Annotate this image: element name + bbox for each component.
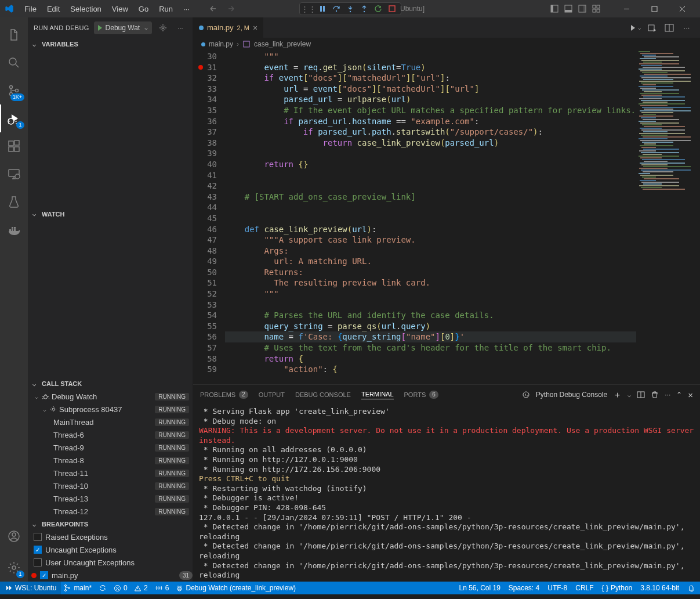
activity-search[interactable] bbox=[0, 49, 28, 77]
checkbox[interactable]: ✓ bbox=[34, 546, 42, 554]
activity-settings[interactable]: 1 bbox=[0, 554, 28, 582]
close-panel-icon[interactable]: × bbox=[688, 390, 693, 400]
callstack-row[interactable]: Thread-10RUNNING bbox=[28, 479, 193, 492]
tab-terminal[interactable]: TERMINAL bbox=[361, 391, 394, 399]
status-ports[interactable]: 6 bbox=[155, 584, 169, 592]
more-icon[interactable]: ··· bbox=[174, 21, 187, 34]
menu-view[interactable]: View bbox=[107, 2, 133, 16]
new-terminal-icon[interactable]: ＋ bbox=[613, 389, 622, 400]
status-eol[interactable]: CRLF bbox=[575, 584, 593, 592]
split-editor-icon[interactable] bbox=[663, 21, 676, 34]
status-debug[interactable]: Debug Watch (create_link_preview) bbox=[176, 584, 296, 592]
callstack-row[interactable]: ⌵Debug WatchRUNNING bbox=[28, 390, 193, 403]
more-icon[interactable]: ··· bbox=[665, 391, 670, 399]
section-breakpoints[interactable]: ⌵ BREAKPOINTS bbox=[28, 518, 193, 531]
activity-testing[interactable] bbox=[0, 188, 28, 216]
terminal[interactable]: * Serving Flask app 'create_link_preview… bbox=[193, 405, 700, 582]
nav-back-icon[interactable] bbox=[207, 2, 220, 15]
step-into-icon[interactable] bbox=[344, 2, 357, 15]
section-variables[interactable]: ⌵ VARIABLES bbox=[28, 38, 193, 50]
section-watch[interactable]: ⌵ WATCH bbox=[28, 208, 193, 221]
launch-config-select[interactable]: Debug Wat ⌵ bbox=[94, 21, 152, 34]
menu-more[interactable]: ··· bbox=[179, 2, 194, 16]
close-icon[interactable]: × bbox=[253, 23, 257, 33]
breakpoint-file-row[interactable]: ✓main.py31 bbox=[28, 569, 193, 582]
editor[interactable]: 3031323334353637383940414243444546474849… bbox=[193, 50, 700, 384]
chevron-down-icon[interactable]: ⌵ bbox=[628, 392, 631, 398]
status-cursor[interactable]: Ln 56, Col 19 bbox=[459, 584, 500, 592]
menu-edit[interactable]: Edit bbox=[42, 2, 64, 16]
window-close[interactable] bbox=[669, 0, 695, 17]
debug-launch-icon[interactable] bbox=[645, 21, 658, 34]
restart-icon[interactable] bbox=[372, 2, 385, 15]
pause-icon[interactable] bbox=[316, 2, 329, 15]
status-remote[interactable]: WSL: Ubuntu bbox=[0, 582, 61, 594]
status-spaces[interactable]: Spaces: 4 bbox=[509, 584, 539, 592]
stop-icon[interactable] bbox=[386, 2, 398, 15]
step-out-icon[interactable] bbox=[358, 2, 371, 15]
status-notifications[interactable] bbox=[687, 584, 695, 592]
checkbox[interactable] bbox=[34, 558, 42, 566]
layout-primary-icon[interactable] bbox=[548, 2, 561, 15]
window-maximize[interactable] bbox=[641, 0, 668, 17]
menu-selection[interactable]: Selection bbox=[66, 2, 106, 16]
breadcrumb-symbol[interactable]: case_link_preview bbox=[254, 40, 311, 48]
callstack-row[interactable]: ⌵Subprocess 80437RUNNING bbox=[28, 403, 193, 416]
breadcrumbs[interactable]: main.py › case_link_preview bbox=[193, 38, 700, 50]
status-sync[interactable] bbox=[99, 584, 107, 592]
debug-settings-icon[interactable] bbox=[157, 21, 169, 34]
activity-scm[interactable]: 1K+ bbox=[0, 77, 28, 104]
drag-handle-icon[interactable]: ⋮⋮ bbox=[302, 2, 315, 15]
breakpoint-row[interactable]: User Uncaught Exceptions bbox=[28, 556, 193, 569]
minimap[interactable] bbox=[636, 50, 700, 384]
menu-go[interactable]: Go bbox=[134, 2, 153, 16]
code-area[interactable]: """ event = req.get_json(silent=True) if… bbox=[225, 50, 636, 384]
split-terminal-icon[interactable] bbox=[637, 391, 645, 399]
window-minimize[interactable] bbox=[613, 0, 640, 17]
step-over-icon[interactable] bbox=[330, 2, 343, 15]
tab-ports[interactable]: PORTS 6 bbox=[404, 391, 438, 399]
callstack-row[interactable]: Thread-8RUNNING bbox=[28, 454, 193, 467]
more-icon[interactable]: ··· bbox=[680, 21, 693, 34]
chevron-up-icon[interactable]: ⌃ bbox=[676, 391, 682, 399]
editor-tab[interactable]: main.py 2, M × bbox=[193, 17, 264, 38]
menu-run[interactable]: Run bbox=[154, 2, 177, 16]
terminal-profile-label[interactable]: Python Debug Console bbox=[536, 391, 607, 399]
activity-accounts[interactable] bbox=[0, 522, 28, 550]
menu-file[interactable]: File bbox=[20, 2, 41, 16]
activity-debug[interactable]: 1 bbox=[0, 104, 28, 132]
activity-extensions[interactable] bbox=[0, 132, 28, 160]
symbol-icon bbox=[242, 40, 251, 48]
layout-bottom-icon[interactable] bbox=[562, 2, 575, 15]
nav-fwd-icon[interactable] bbox=[224, 2, 237, 15]
callstack-row[interactable]: Thread-13RUNNING bbox=[28, 492, 193, 505]
breakpoint-row[interactable]: Raised Exceptions bbox=[28, 531, 193, 543]
breadcrumb-file[interactable]: main.py bbox=[209, 40, 233, 48]
settings-badge: 1 bbox=[16, 571, 24, 578]
activity-explorer[interactable] bbox=[0, 21, 28, 49]
callstack-row[interactable]: Thread-9RUNNING bbox=[28, 441, 193, 454]
checkbox[interactable] bbox=[34, 533, 42, 541]
callstack-row[interactable]: Thread-12RUNNING bbox=[28, 505, 193, 518]
callstack-row[interactable]: MainThreadRUNNING bbox=[28, 416, 193, 428]
checkbox[interactable]: ✓ bbox=[40, 571, 48, 579]
layout-right-icon[interactable] bbox=[576, 2, 589, 15]
activity-remote-explorer[interactable] bbox=[0, 160, 28, 188]
run-dropdown-icon[interactable]: ⌵ bbox=[628, 21, 641, 34]
callstack-row[interactable]: Thread-11RUNNING bbox=[28, 467, 193, 479]
activity-docker[interactable] bbox=[0, 216, 28, 244]
kill-terminal-icon[interactable] bbox=[651, 391, 659, 399]
section-callstack[interactable]: ⌵ CALL STACK bbox=[28, 377, 193, 390]
tab-problems[interactable]: PROBLEMS 2 bbox=[200, 391, 248, 399]
status-problems[interactable]: 0 2 bbox=[114, 584, 148, 592]
tab-output[interactable]: OUTPUT bbox=[259, 391, 285, 398]
status-branch[interactable]: main* bbox=[63, 584, 92, 592]
callstack-row[interactable]: Thread-6RUNNING bbox=[28, 428, 193, 441]
breakpoint-line-badge: 31 bbox=[179, 571, 193, 580]
status-encoding[interactable]: UTF-8 bbox=[547, 584, 567, 592]
status-language[interactable]: { }Python bbox=[602, 584, 633, 592]
tab-debug-console[interactable]: DEBUG CONSOLE bbox=[295, 391, 351, 398]
status-python-version[interactable]: 3.8.10 64-bit bbox=[640, 584, 679, 592]
breakpoint-row[interactable]: ✓Uncaught Exceptions bbox=[28, 543, 193, 556]
layout-customize-icon[interactable] bbox=[590, 2, 603, 15]
